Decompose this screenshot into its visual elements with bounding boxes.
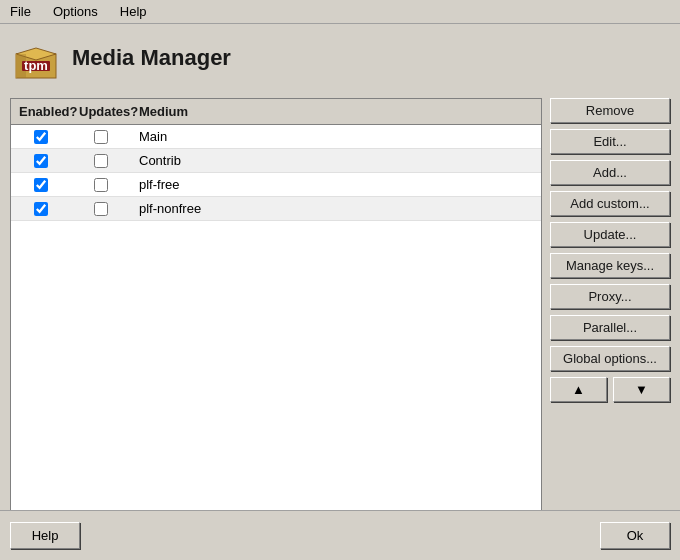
app-header: tpm Media Manager (0, 24, 680, 92)
enabled-checkbox-1[interactable] (34, 130, 48, 144)
col-header-enabled: Enabled? (11, 101, 71, 122)
col-header-updates: Updates? (71, 101, 131, 122)
button-panel: Remove Edit... Add... Add custom... Upda… (550, 98, 670, 546)
col-header-medium: Medium (131, 101, 541, 122)
main-content: Enabled? Updates? Medium Main Contrib (0, 92, 680, 552)
medium-cell-2: Contrib (131, 149, 541, 172)
enabled-cell-1[interactable] (11, 126, 71, 148)
menu-help[interactable]: Help (114, 2, 153, 21)
svg-text:tpm: tpm (24, 58, 48, 73)
app-icon: tpm (12, 34, 60, 82)
edit-button[interactable]: Edit... (550, 129, 670, 154)
media-table: Enabled? Updates? Medium Main Contrib (10, 98, 542, 546)
updates-cell-2[interactable] (71, 150, 131, 172)
updates-checkbox-3[interactable] (94, 178, 108, 192)
add-button[interactable]: Add... (550, 160, 670, 185)
footer: Help Ok (0, 510, 680, 560)
updates-cell-1[interactable] (71, 126, 131, 148)
table-row: plf-free (11, 173, 541, 197)
enabled-checkbox-4[interactable] (34, 202, 48, 216)
manage-keys-button[interactable]: Manage keys... (550, 253, 670, 278)
app-title: Media Manager (72, 45, 231, 71)
add-custom-button[interactable]: Add custom... (550, 191, 670, 216)
proxy-button[interactable]: Proxy... (550, 284, 670, 309)
global-options-button[interactable]: Global options... (550, 346, 670, 371)
enabled-cell-4[interactable] (11, 198, 71, 220)
table-header: Enabled? Updates? Medium (11, 99, 541, 125)
menu-file[interactable]: File (4, 2, 37, 21)
updates-cell-3[interactable] (71, 174, 131, 196)
move-down-button[interactable]: ▼ (613, 377, 670, 402)
medium-cell-3: plf-free (131, 173, 541, 196)
menubar: File Options Help (0, 0, 680, 24)
table-row: Contrib (11, 149, 541, 173)
help-button[interactable]: Help (10, 522, 80, 549)
arrow-buttons: ▲ ▼ (550, 377, 670, 402)
medium-cell-1: Main (131, 125, 541, 148)
ok-button[interactable]: Ok (600, 522, 670, 549)
move-up-button[interactable]: ▲ (550, 377, 607, 402)
table-row: Main (11, 125, 541, 149)
updates-checkbox-1[interactable] (94, 130, 108, 144)
table-row: plf-nonfree (11, 197, 541, 221)
enabled-checkbox-2[interactable] (34, 154, 48, 168)
remove-button[interactable]: Remove (550, 98, 670, 123)
updates-checkbox-4[interactable] (94, 202, 108, 216)
parallel-button[interactable]: Parallel... (550, 315, 670, 340)
update-button[interactable]: Update... (550, 222, 670, 247)
updates-checkbox-2[interactable] (94, 154, 108, 168)
enabled-cell-2[interactable] (11, 150, 71, 172)
menu-options[interactable]: Options (47, 2, 104, 21)
enabled-checkbox-3[interactable] (34, 178, 48, 192)
updates-cell-4[interactable] (71, 198, 131, 220)
medium-cell-4: plf-nonfree (131, 197, 541, 220)
enabled-cell-3[interactable] (11, 174, 71, 196)
